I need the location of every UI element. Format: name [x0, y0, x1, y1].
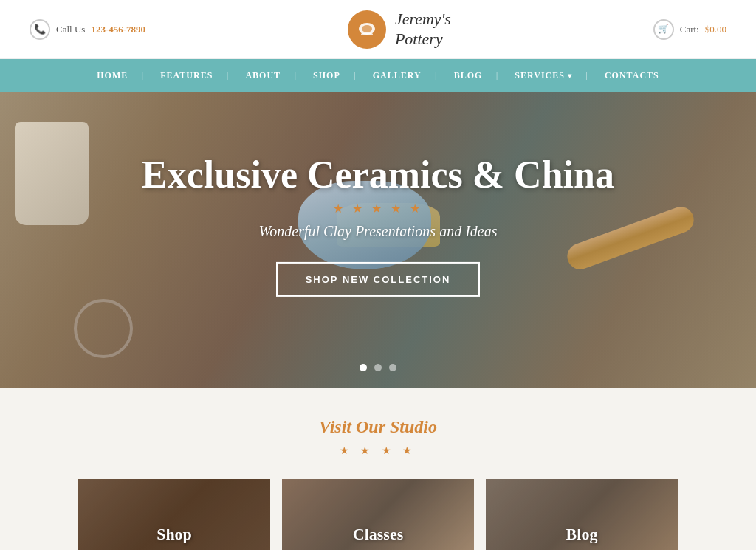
hero-carousel-dots — [360, 364, 396, 371]
hero-title: Exclusive Ceramics & China — [138, 154, 618, 196]
shop-card-label: Shop — [78, 525, 270, 544]
chevron-down-icon: ▾ — [568, 72, 572, 80]
studio-cards-container: Shop Classes Blog — [15, 479, 741, 550]
carousel-dot-3[interactable] — [389, 364, 396, 371]
blog-card-label: Blog — [486, 525, 678, 544]
hero-stars: ★ ★ ★ ★ ★ — [138, 202, 618, 216]
visit-title: Visit Our Studio — [15, 417, 741, 437]
phone-icon: 📞 — [30, 19, 50, 40]
svg-rect-2 — [361, 33, 373, 35]
logo-text: Jeremy's Pottery — [395, 10, 451, 49]
hero-subtitle: Wonderful Clay Presentations and Ideas — [138, 223, 618, 240]
hero-section: Exclusive Ceramics & China ★ ★ ★ ★ ★ Won… — [0, 92, 756, 388]
nav-shop[interactable]: SHOP — [297, 59, 357, 92]
nav-contacts[interactable]: CONTACTS — [588, 59, 676, 92]
studio-card-blog[interactable]: Blog — [486, 479, 678, 550]
shop-new-collection-button[interactable]: SHOP NEW COLLECTION — [276, 262, 481, 297]
logo-section[interactable]: Jeremy's Pottery — [348, 10, 451, 49]
cart-section[interactable]: 🛒 Cart: $0.00 — [653, 19, 726, 40]
carousel-dot-2[interactable] — [374, 364, 382, 371]
nav-about[interactable]: ABOUT — [229, 59, 297, 92]
nav-gallery[interactable]: GALLERY — [357, 59, 438, 92]
cart-icon: 🛒 — [653, 19, 674, 40]
site-header: 📞 Call Us 123-456-7890 Jeremy's Pottery … — [0, 0, 756, 59]
studio-card-classes[interactable]: Classes — [282, 479, 474, 550]
nav-blog[interactable]: BLOG — [438, 59, 499, 92]
main-nav: HOME FEATURES ABOUT SHOP GALLERY BLOG SE… — [0, 59, 756, 92]
classes-card-label: Classes — [282, 525, 474, 544]
visit-stars: ★ ★ ★ ★ — [15, 444, 741, 457]
nav-home[interactable]: HOME — [80, 59, 144, 92]
phone-section: 📞 Call Us 123-456-7890 — [30, 19, 145, 40]
call-us-label: Call Us — [56, 24, 85, 35]
studio-card-shop[interactable]: Shop — [78, 479, 270, 550]
visit-studio-section: Visit Our Studio ★ ★ ★ ★ Shop Classes Bl… — [0, 388, 756, 550]
svg-point-1 — [362, 25, 372, 32]
cart-amount: $0.00 — [705, 24, 726, 35]
nav-features[interactable]: FEATURES — [144, 59, 229, 92]
phone-number[interactable]: 123-456-7890 — [91, 24, 145, 35]
hero-content: Exclusive Ceramics & China ★ ★ ★ ★ ★ Won… — [138, 154, 618, 297]
cart-label: Cart: — [680, 24, 699, 35]
nav-services[interactable]: SERVICES ▾ — [498, 59, 588, 92]
logo-icon — [348, 10, 386, 49]
carousel-dot-1[interactable] — [360, 364, 367, 371]
